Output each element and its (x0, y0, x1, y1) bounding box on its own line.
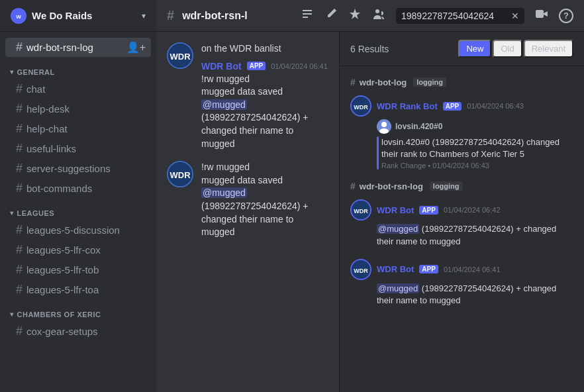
channel-label: leagues-5-lfr-cox (26, 244, 101, 256)
filter-tab-new[interactable]: New (458, 40, 491, 58)
search-clear-icon[interactable]: ✕ (511, 11, 519, 21)
category-general[interactable]: GENERAL (0, 58, 156, 79)
timestamp: 01/04/2024 06:41 (271, 62, 328, 70)
edit-icon[interactable] (324, 7, 338, 24)
sidebar-item-leagues-5-lfr-tob[interactable]: # leagues-5-lfr-tob (5, 260, 151, 279)
mention-id: (198922787254042624) + changed their nam… (201, 112, 309, 148)
message-header: WDR Bot APP 01/04/2024 06:41 (201, 61, 328, 72)
svg-text:WDR: WDR (170, 52, 191, 62)
result-timestamp: 01/04/2024 06:43 (467, 102, 524, 110)
filter-tab-relevant[interactable]: Relevant (524, 40, 573, 58)
result-username: WDR Rank Bot (377, 101, 438, 111)
channel-name: wdr-bot-rsn-log (360, 181, 423, 191)
channel-label: server-suggestions (26, 163, 111, 174)
channel-label: leagues-5-lfr-tob (26, 264, 99, 275)
message-text: on the WDR banlist (201, 42, 328, 56)
search-panel-header: 6 Results New Old Relevant (340, 32, 584, 66)
sidebar-item-useful-links[interactable]: # useful-links (5, 139, 151, 158)
message-text-2: @mugged (198922787254042624) + changed t… (201, 187, 328, 238)
mention: @mugged (201, 187, 247, 198)
search-results: # wdr-bot-log logging WDR WDR Rank Bot A… (340, 66, 584, 392)
sidebar-item-server-suggestions[interactable]: # server-suggestions (5, 159, 151, 178)
result-username-2: WDR Bot (377, 205, 414, 215)
sidebar-item-leagues-5-lfr-cox[interactable]: # leagues-5-lfr-cox (5, 240, 151, 260)
sidebar-item-bot-commands[interactable]: # bot-commands (5, 179, 151, 198)
threads-icon[interactable] (301, 7, 314, 24)
sidebar-item-help-chat[interactable]: # help-chat (5, 119, 151, 138)
hash-icon: # (16, 263, 23, 277)
app-badge: APP (247, 62, 266, 70)
category-cox[interactable]: CHAMBERS OF XERIC (0, 300, 156, 321)
result-message-2[interactable]: WDR WDR Bot APP 01/04/2024 06:42 @mugged… (340, 194, 584, 253)
pin-icon[interactable] (348, 7, 362, 24)
video-icon[interactable] (535, 7, 548, 24)
filter-tab-old[interactable]: Old (493, 40, 522, 58)
hash-icon: # (16, 324, 23, 338)
hash-icon: # (16, 223, 23, 237)
hash-icon: # (16, 82, 23, 96)
sidebar-item-chat[interactable]: # chat (5, 79, 151, 99)
channel-list: # wdr-bot-rsn-log 👤+ GENERAL # chat # he… (0, 32, 156, 392)
svg-point-2 (375, 9, 379, 13)
sidebar-item-leagues-5-discussion[interactable]: # leagues-5-discussion (5, 220, 151, 240)
app-badge-2: APP (419, 206, 438, 215)
message-content-2: !rw muggedmugged data saved @mugged (198… (201, 161, 328, 239)
svg-text:W: W (16, 14, 21, 20)
message-group-2: WDR !rw muggedmugged data saved @mugged … (167, 161, 328, 239)
svg-text:WDR: WDR (170, 170, 191, 180)
channel-label: leagues-5-discussion (26, 224, 120, 236)
sub-user: lovsin.420#0 (377, 119, 573, 134)
svg-point-11 (381, 122, 387, 127)
sidebar-item-leagues-5-lfr-toa[interactable]: # leagues-5-lfr-toa (5, 280, 151, 299)
channel-label: leagues-5-lfr-toa (26, 284, 99, 295)
sidebar-item-help-desk[interactable]: # help-desk (5, 99, 151, 119)
sub-name: lovsin.420#0 (395, 122, 442, 131)
hash-icon: # (16, 162, 23, 175)
svg-point-12 (379, 128, 389, 134)
category-leagues[interactable]: LEAGUES (0, 199, 156, 220)
channel-label: useful-links (26, 143, 76, 154)
embed-content: lovsin.420#0 (198922787254042624) change… (381, 136, 573, 170)
result-msg-header: WDR WDR Rank Bot APP 01/04/2024 06:43 (350, 95, 573, 117)
avatar: WDR (167, 42, 193, 69)
result-channel-header-2: # wdr-bot-rsn-log logging (340, 175, 584, 194)
search-bar[interactable]: ✕ (396, 8, 524, 24)
channel-label: chat (26, 83, 45, 95)
mention: @mugged (201, 99, 247, 110)
results-count: 6 Results (350, 44, 458, 54)
mention-id: (198922787254042624) + changed their nam… (201, 201, 309, 237)
channel-label: help-chat (26, 123, 68, 134)
help-icon[interactable]: ? (559, 9, 573, 23)
username: WDR Bot (201, 61, 242, 72)
embed-footer: Rank Change • 01/04/2024 06:43 (381, 162, 573, 170)
server-header[interactable]: W We Do Raids ▾ (0, 0, 156, 32)
hash-icon: # (350, 77, 356, 87)
channel-header-name: wdr-bot-rsn-l (182, 10, 248, 22)
message-group: WDR on the WDR banlist WDR Bot APP 01/04… (167, 42, 328, 150)
message-content: on the WDR banlist WDR Bot APP 01/04/202… (201, 42, 328, 150)
result-username-3: WDR Bot (377, 264, 414, 274)
members-icon[interactable] (372, 7, 385, 24)
channel-label: bot-commands (26, 183, 92, 194)
blue-bar (377, 136, 379, 170)
hash-icon: # (16, 102, 23, 116)
result-avatar-3: WDR (350, 259, 371, 280)
current-channel-item[interactable]: # wdr-bot-rsn-log 👤+ (5, 38, 151, 57)
sub-avatar (377, 119, 391, 134)
server-icon: W (11, 8, 26, 24)
hash-icon: # (16, 243, 23, 257)
result-avatar: WDR (350, 95, 371, 117)
result-msg-header-2: WDR WDR Bot APP 01/04/2024 06:42 (350, 199, 573, 220)
result-message-3[interactable]: WDR WDR Bot APP 01/04/2024 06:41 @mugged… (340, 254, 584, 313)
embed-container: lovsin.420#0 (198922787254042624) change… (377, 136, 573, 170)
search-input[interactable] (401, 11, 507, 21)
chat-area: WDR on the WDR banlist WDR Bot APP 01/04… (156, 32, 339, 392)
filter-tabs: New Old Relevant (458, 40, 573, 58)
hash-icon: # (350, 181, 356, 191)
channel-header: # wdr-bot-rsn-l ✕ ? (156, 0, 584, 32)
svg-rect-3 (536, 10, 544, 18)
add-member-icon[interactable]: 👤+ (126, 41, 146, 54)
sidebar-item-cox-gear-setups[interactable]: # cox-gear-setups (5, 322, 151, 341)
result-message-1[interactable]: WDR WDR Rank Bot APP 01/04/2024 06:43 lo… (340, 90, 584, 175)
main-area: # wdr-bot-rsn-l ✕ ? (156, 0, 584, 392)
